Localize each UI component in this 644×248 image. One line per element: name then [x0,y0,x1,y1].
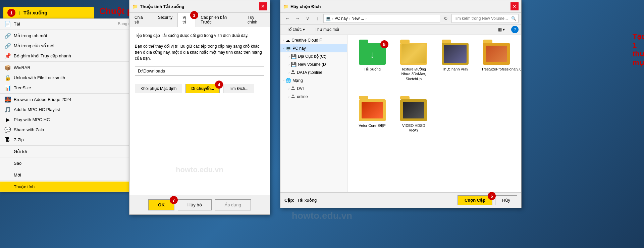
dialog-restore-btn[interactable]: Khôi phục Mặc định [135,84,182,93]
sidebar-item-newvol[interactable]: › 💾 New Volume (D [280,60,347,68]
ctx-item-tai[interactable]: 📄 Tải Bung rộng [0,19,141,29]
ctx-item-moi[interactable]: Mới › [0,170,141,180]
ctx-item-gui-toi[interactable]: Gửi tới › [0,146,141,156]
ctx-label-bridge: Browse in Adobe Bridge 2024 [14,97,137,102]
sidebar-arrow-dvt: › [288,87,289,91]
tab-security[interactable]: Security [153,13,177,27]
ctx-item-mpc-play[interactable]: ▶ Play with MPC-HC [0,114,141,125]
ctx-item-locksmith[interactable]: 🔒 Unlock with File Locksmith [0,72,141,83]
nav-refresh-btn[interactable]: ↻ [441,14,450,23]
tab-phien-ban[interactable]: Các phiên bản Trước [196,13,243,27]
sidebar-arrow-data: › [288,71,289,75]
tab-tuy-chinh[interactable]: Tùy chỉnh [243,13,270,27]
footer-cancel-btn[interactable]: Hủy [495,195,517,205]
dialog-buttons-row: Khôi phục Mặc định Di chuyển... 4 Tìm Đí… [135,84,264,93]
dialog-info-text-2: Bạn có thể thay đổi vị trí lưu giữ các t… [135,43,264,61]
ctx-icon-7zip: 🗜 [4,136,11,143]
ctx-icon-zalo: 💬 [4,126,11,133]
ctx-item-mpc-add[interactable]: 🎵 Add to MPC-HC Playlist [0,104,141,114]
address-part-new: New ... [352,16,364,21]
sidebar-item-cloud[interactable]: › ☁ Creative Cloud F [280,36,347,44]
nav-back-btn[interactable]: ← [283,14,292,23]
footer-choose-btn[interactable]: Chọn Cặp [458,195,492,205]
nav-forward-btn[interactable]: → [293,14,302,23]
sidebar-icon-data: 🖧 [291,70,296,75]
sidebar-item-pc[interactable]: › 💻 PC này [280,44,347,52]
step-badge-4: 4 [215,81,223,89]
sidebar-label-cloud: Creative Cloud F [291,38,322,43]
toolbar-new-folder-btn[interactable]: Thư mục mới [311,26,343,33]
ctx-divider-4 [0,145,141,146]
ctx-item-mo-cua[interactable]: 🔗 Mở trong cửa sổ mới [0,41,141,51]
dialog-info-text-1: Tệp trong cặp Tải xuống được cất giữ tro… [135,33,264,39]
explorer-window: Tạo 1 thư mục 📁 Hãy chọn Đích ✕ ← → ∨ ↑ … [280,0,522,208]
tab-vi-tri[interactable]: Vị trí 3 [177,13,196,27]
toolbar-view-btn[interactable]: ▦ ▾ [494,26,508,33]
folder-texture[interactable]: Texture Đường Nhựa 3DsMax, SketchUp [394,40,433,94]
dialog-cancel-btn[interactable]: Hủy bỏ [178,199,212,210]
sidebar-item-dvt[interactable]: › 🖧 DVT [280,85,347,93]
toolbar-help-btn[interactable]: ? [511,26,519,33]
ctx-icon-gui-toi [4,148,11,155]
folder-thuc-hanh[interactable]: Thực hành Vray [436,40,475,94]
ctx-item-mo-tab[interactable]: 🔗 Mở trong tab mới [0,31,141,41]
dialog-find-btn[interactable]: Tìm Đích... [223,84,254,93]
sidebar-icon-c: 💾 [291,54,297,59]
sidebar-arrow-mang: › [282,80,285,81]
dialog-path-input[interactable] [135,66,264,76]
folder-video[interactable]: VIDEO HDSD VRAY [394,97,433,150]
address-bar[interactable]: 💻 › PC này › New ... › [323,14,440,23]
ctx-icon-thuoc-tinh [4,183,11,190]
folder-treesize[interactable]: TreeSizeProfessional9.0.3.1852.x64.c.tai… [477,40,516,94]
sidebar-item-c[interactable]: › 💾 Địa Cục bộ (C:) [280,52,347,60]
context-menu-area: 1 ↓ Tải xuống Chuột phải 📄 Tải Bung rộng… [0,0,148,248]
ctx-label-mo-cua: Mở trong cửa sổ mới [14,43,137,48]
tab-chia-se[interactable]: Chia sẻ [129,13,153,27]
folder-thumb-video [403,102,424,118]
folder-label-video: VIDEO HDSD VRAY [398,123,429,133]
ctx-label-sao: Sao [14,161,137,166]
folder-thumb-thuc-hanh [444,45,467,63]
sidebar-label-c: Địa Cục bộ (C:) [298,54,326,59]
search-box[interactable]: 🔍 [451,14,519,23]
sidebar-arrow-online: › [288,95,289,99]
step-badge-6: 6 [488,192,496,200]
toolbar-organize-btn[interactable]: Tổ chức ▾ [283,26,309,33]
dialog-move-btn[interactable]: Di chuyển... [185,84,220,93]
ctx-icon-tai: 📄 [4,20,11,27]
footer-label: Cặp: [284,198,294,203]
ctx-icon-treesize: 📊 [4,84,11,91]
ctx-label-7zip: 7-Zip [14,137,132,142]
dialog-apply-btn[interactable]: Áp dụng [215,199,251,210]
dialog-close-button[interactable]: ✕ [259,2,267,10]
ctx-icon-bo-ghim: 📌 [4,52,11,59]
search-input[interactable] [454,16,510,21]
dialog-footer: OK 7 Hủy bỏ Áp dụng [129,195,270,214]
ctx-item-thuoc-tinh[interactable]: Thuộc tính 2 [0,182,141,192]
ctx-item-bridge[interactable]: 🌉 Browse in Adobe Bridge 2024 [0,94,141,104]
sidebar-item-mang[interactable]: › 🌐 Mạng [280,77,347,85]
explorer-title-red: Tạo 1 thư mục [633,32,644,67]
ctx-item-winrar[interactable]: 📦 WinRAR › [0,62,141,72]
folder-vetor[interactable]: Vetor Corel ĐẸP [353,97,392,150]
folder-tai-xuong[interactable]: ↓ Tải xuống 5 [353,40,392,94]
ctx-item-zalo[interactable]: 💬 Share with Zalo [0,125,141,135]
ctx-item-sao[interactable]: Sao [0,158,141,168]
sidebar-item-data[interactable]: › 🖧 DATA (\\online [280,68,347,77]
folder-label-thuc-hanh: Thực hành Vray [442,67,468,71]
sidebar-label-dvt: DVT [297,86,305,91]
folder-thumb-vetor [362,102,383,118]
dialog-titlebar: 📁 Thuộc tính Tải xuống ✕ [129,0,270,13]
explorer-close-btn[interactable]: ✕ [511,2,519,10]
sidebar-arrow-newvol: › [288,63,289,66]
ctx-item-treesize[interactable]: 📊 TreeSize › [0,83,141,93]
step-badge-5: 5 [380,40,388,48]
sidebar-item-online[interactable]: › 🖧 online [280,93,347,101]
explorer-titlebar: 📁 Hãy chọn Đích ✕ [280,0,521,13]
ctx-item-7zip[interactable]: 🗜 7-Zip › [0,135,141,145]
nav-up-btn[interactable]: ↑ [313,14,322,23]
nav-down-btn[interactable]: ∨ [303,14,312,23]
address-arrow-1: › [332,17,333,20]
ctx-item-bo-ghim[interactable]: 📌 Bỏ ghim khỏi Truy cập nhanh [0,51,141,61]
ctx-label-gui-toi: Gửi tới [14,149,132,154]
